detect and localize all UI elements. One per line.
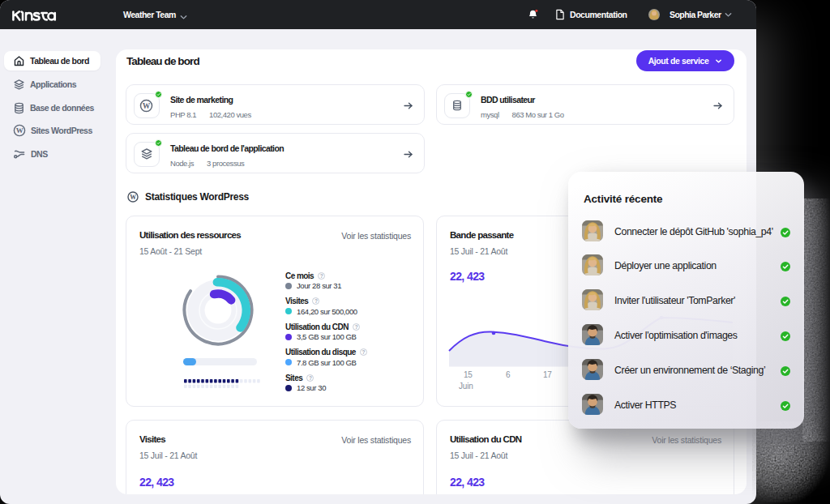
- svg-text:W: W: [130, 194, 136, 201]
- svg-text:W: W: [143, 100, 151, 109]
- svg-text:W: W: [16, 126, 24, 135]
